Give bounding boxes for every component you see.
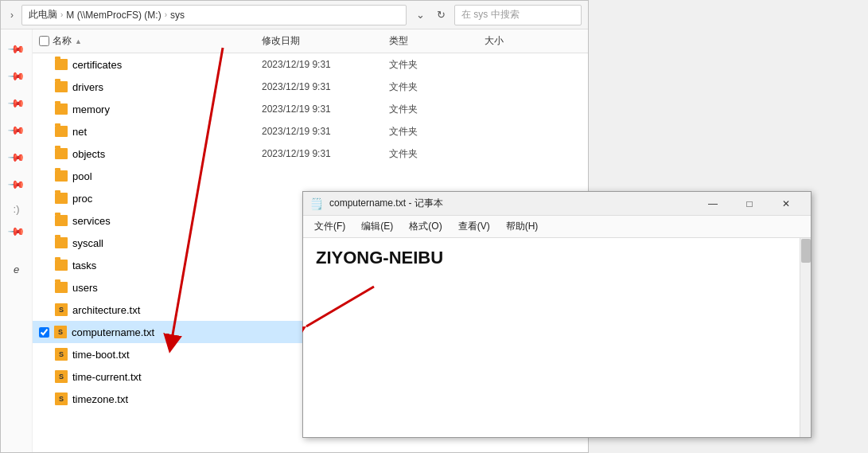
col-header-name[interactable]: 名称 ▲ (33, 33, 255, 49)
folder-row[interactable]: net 2023/12/19 9:31 文件夹 (33, 120, 588, 143)
folder-label: objects (72, 148, 105, 160)
breadcrumb-part-2: M (\\MemProcFS) (M:) (66, 10, 161, 21)
menu-help[interactable]: 帮助(H) (498, 217, 547, 236)
folder-icon (55, 170, 68, 182)
file-label: architecture.txt (72, 304, 140, 316)
smiley-label: :) (14, 203, 20, 215)
pin-icon-2[interactable]: 📌 (1, 60, 32, 92)
notepad-title: computername.txt - 记事本 (329, 197, 688, 210)
file-name-timeboot: S time-boot.txt (33, 348, 255, 361)
left-sidebar: 📌 📌 📌 📌 📌 📌 :) 📌 e (1, 29, 33, 452)
col-header-type[interactable]: 类型 (383, 33, 478, 49)
breadcrumb-sep-1: › (60, 10, 63, 19)
folder-label: memory (72, 103, 110, 115)
folder-name-users: users (33, 282, 255, 294)
folder-label: proc (72, 193, 92, 205)
notepad-menubar: 文件(F) 编辑(E) 格式(O) 查看(V) 帮助(H) (303, 216, 811, 238)
dropdown-button[interactable]: ⌄ (411, 6, 429, 24)
folder-type: 文件夹 (383, 80, 478, 94)
folder-name-objects: objects (33, 148, 255, 160)
col-header-size[interactable]: 大小 (478, 33, 558, 49)
close-button[interactable]: ✕ (768, 192, 804, 216)
pin-icon-6[interactable]: 📌 (1, 168, 32, 200)
menu-view[interactable]: 查看(V) (450, 217, 498, 236)
breadcrumb-sep-2: › (165, 10, 167, 19)
breadcrumb[interactable]: 此电脑 › M (\\MemProcFS) (M:) › sys (21, 5, 407, 25)
address-actions: ⌄ ↻ (411, 6, 450, 24)
menu-edit[interactable]: 编辑(E) (353, 217, 401, 236)
minimize-button[interactable]: — (695, 192, 731, 216)
col-header-modified[interactable]: 修改日期 (255, 33, 383, 49)
refresh-button[interactable]: ↻ (432, 6, 450, 24)
pin-icon-3[interactable]: 📌 (1, 87, 32, 119)
file-name-timecurrent: S time-current.txt (33, 370, 255, 383)
sort-arrow-name: ▲ (75, 37, 82, 45)
notepad-window: 🗒️ computername.txt - 记事本 — □ ✕ 文件(F) 编辑… (302, 191, 812, 438)
folder-row[interactable]: memory 2023/12/19 9:31 文件夹 (33, 98, 588, 120)
folder-name-tasks: tasks (33, 260, 255, 271)
s-file-icon: S (54, 326, 67, 338)
s-file-icon: S (55, 348, 68, 361)
notepad-icon: 🗒️ (309, 197, 323, 210)
folder-type: 文件夹 (383, 147, 478, 161)
file-name-architecture: S architecture.txt (33, 303, 255, 316)
folder-date: 2023/12/19 9:31 (255, 59, 383, 70)
column-header: 名称 ▲ 修改日期 类型 大小 (33, 29, 588, 53)
folder-label: services (72, 215, 111, 227)
scrollbar-thumb (801, 239, 811, 263)
search-box[interactable]: 在 sys 中搜索 (454, 5, 582, 25)
s-file-icon: S (55, 392, 68, 405)
folder-icon (55, 81, 68, 92)
folder-icon (55, 215, 68, 226)
address-bar: › 此电脑 › M (\\MemProcFS) (M:) › sys ⌄ ↻ 在… (1, 1, 588, 29)
pin-icon-1[interactable]: 📌 (1, 33, 32, 64)
folder-name-net: net (33, 126, 255, 138)
col-type-label: 类型 (389, 34, 408, 48)
folder-date: 2023/12/19 9:31 (255, 81, 383, 92)
notepad-titlebar: 🗒️ computername.txt - 记事本 — □ ✕ (303, 192, 811, 216)
folder-name-syscall: syscall (33, 237, 255, 249)
search-placeholder: 在 sys 中搜索 (461, 8, 520, 21)
folder-icon (55, 237, 68, 248)
folder-icon (55, 260, 68, 271)
menu-format[interactable]: 格式(O) (401, 217, 450, 236)
notepad-scrollbar[interactable] (800, 238, 811, 437)
folder-date: 2023/12/19 9:31 (255, 148, 383, 159)
folder-row[interactable]: objects 2023/12/19 9:31 文件夹 (33, 143, 588, 165)
s-file-icon: S (55, 370, 68, 383)
e-label: e (14, 264, 19, 275)
file-label: timezone.txt (72, 393, 128, 405)
window-controls: — □ ✕ (695, 192, 804, 216)
pin-icon-5[interactable]: 📌 (1, 141, 32, 173)
folder-label: users (72, 282, 98, 294)
col-name-label: 名称 (53, 34, 72, 48)
col-size-label: 大小 (485, 34, 504, 48)
folder-name-memory: memory (33, 103, 255, 115)
folder-label: drivers (72, 81, 103, 93)
pin-icon-7[interactable]: 📌 (1, 215, 32, 247)
folder-name-certificates: certificates (33, 59, 255, 71)
pin-icon-4[interactable]: 📌 (1, 114, 32, 146)
folder-row[interactable]: pool (33, 165, 588, 187)
folder-icon (55, 126, 68, 137)
folder-type: 文件夹 (383, 125, 478, 139)
folder-icon (55, 148, 68, 159)
file-checkbox[interactable] (39, 327, 49, 338)
file-label: time-current.txt (72, 371, 142, 383)
select-all-checkbox[interactable] (39, 36, 49, 46)
folder-icon (55, 103, 68, 115)
folder-label: tasks (72, 260, 96, 271)
folder-type: 文件夹 (383, 103, 478, 116)
menu-file[interactable]: 文件(F) (306, 217, 353, 236)
folder-icon (55, 193, 68, 204)
folder-name-proc: proc (33, 193, 255, 205)
back-button[interactable]: › (7, 8, 17, 22)
notepad-text: ZIYONG-NEIBU (316, 248, 443, 268)
folder-label: pool (72, 170, 92, 182)
folder-row[interactable]: drivers 2023/12/19 9:31 文件夹 (33, 76, 588, 98)
folder-type: 文件夹 (383, 58, 478, 72)
folder-row[interactable]: certificates 2023/12/19 9:31 文件夹 (33, 53, 588, 76)
notepad-content[interactable]: ZIYONG-NEIBU (303, 238, 811, 437)
maximize-button[interactable]: □ (731, 192, 768, 216)
folder-icon (55, 59, 68, 70)
